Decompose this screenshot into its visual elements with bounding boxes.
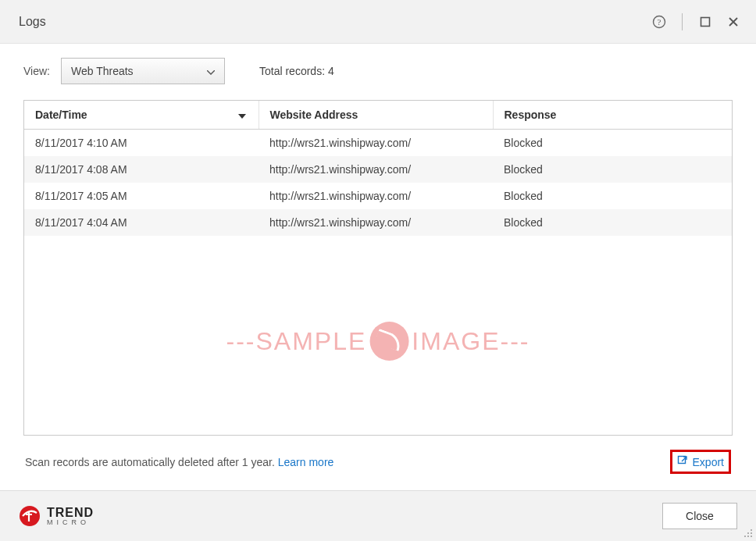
svg-rect-2 <box>701 17 710 26</box>
brand: TREND MICRO <box>19 505 94 527</box>
export-label: Export <box>693 456 724 468</box>
resize-grip-icon <box>744 529 753 538</box>
table-row[interactable]: 8/11/2017 4:04 AMhttp://wrs21.winshipway… <box>24 209 732 236</box>
cell-response: Blocked <box>493 183 732 209</box>
watermark-right: IMAGE--- <box>412 327 530 356</box>
svg-point-11 <box>751 536 752 537</box>
table-header-row: Date/Time Website Address Response <box>24 101 732 130</box>
watermark-left: ---SAMPLE <box>226 327 367 356</box>
column-datetime-label: Date/Time <box>35 109 87 121</box>
cell-datetime: 8/11/2017 4:08 AM <box>24 156 259 183</box>
brand-logo-icon <box>19 505 41 527</box>
filter-row: View: Web Threats Total records: 4 <box>23 58 733 84</box>
export-button[interactable]: Export <box>670 450 731 474</box>
sort-desc-icon <box>238 109 246 121</box>
close-icon[interactable] <box>725 13 742 30</box>
info-line: Scan records are automatically deleted a… <box>23 436 733 474</box>
view-select[interactable]: Web Threats <box>61 58 225 84</box>
cell-response: Blocked <box>493 130 732 157</box>
svg-text:?: ? <box>658 17 662 27</box>
watermark: ---SAMPLE IMAGE--- <box>226 322 530 361</box>
svg-point-10 <box>747 536 749 537</box>
table-row[interactable]: 8/11/2017 4:08 AMhttp://wrs21.winshipway… <box>24 156 732 183</box>
cell-datetime: 8/11/2017 4:05 AM <box>24 183 259 209</box>
brand-text: TREND MICRO <box>47 507 94 526</box>
footer: TREND MICRO Close <box>0 490 756 541</box>
cell-address: http://wrs21.winshipway.com/ <box>259 183 493 209</box>
info-text-wrap: Scan records are automatically deleted a… <box>25 456 333 468</box>
table-row[interactable]: 8/11/2017 4:10 AMhttp://wrs21.winshipway… <box>24 130 732 157</box>
cell-response: Blocked <box>493 156 732 183</box>
column-response-label: Response <box>505 109 557 121</box>
window-title: Logs <box>19 15 651 29</box>
learn-more-link[interactable]: Learn more <box>278 456 334 468</box>
titlebar: Logs ? <box>0 0 756 44</box>
window-controls: ? <box>651 13 742 30</box>
export-icon <box>677 455 688 468</box>
svg-point-6 <box>751 529 752 531</box>
column-address-label: Website Address <box>270 109 358 121</box>
total-records-label: Total records: <box>259 65 325 77</box>
view-select-value: Web Threats <box>71 65 134 77</box>
svg-rect-4 <box>678 457 685 464</box>
total-records: Total records: 4 <box>259 65 334 77</box>
chevron-down-icon <box>207 65 215 77</box>
info-text: Scan records are automatically deleted a… <box>25 456 275 468</box>
svg-marker-3 <box>238 114 246 119</box>
svg-point-7 <box>747 532 749 534</box>
column-address[interactable]: Website Address <box>259 101 493 130</box>
cell-address: http://wrs21.winshipway.com/ <box>259 156 493 183</box>
close-button-label: Close <box>686 510 714 522</box>
cell-address: http://wrs21.winshipway.com/ <box>259 130 493 157</box>
maximize-icon[interactable] <box>697 13 714 30</box>
table-row[interactable]: 8/11/2017 4:05 AMhttp://wrs21.winshipway… <box>24 183 732 209</box>
separator <box>682 13 683 30</box>
cell-response: Blocked <box>493 209 732 236</box>
column-response[interactable]: Response <box>493 101 732 130</box>
content-area: View: Web Threats Total records: 4 Date/… <box>0 44 756 474</box>
svg-point-8 <box>751 532 752 534</box>
brand-name: TREND <box>47 507 94 519</box>
svg-point-9 <box>744 536 746 537</box>
total-records-value: 4 <box>328 65 334 77</box>
close-button[interactable]: Close <box>662 503 737 529</box>
help-icon[interactable]: ? <box>651 13 668 30</box>
cell-address: http://wrs21.winshipway.com/ <box>259 209 493 236</box>
cell-datetime: 8/11/2017 4:10 AM <box>24 130 259 157</box>
brand-sub: MICRO <box>47 519 94 526</box>
cell-datetime: 8/11/2017 4:04 AM <box>24 209 259 236</box>
view-label: View: <box>23 65 50 77</box>
column-datetime[interactable]: Date/Time <box>24 101 259 130</box>
log-table: Date/Time Website Address Response 8/11/… <box>23 100 733 436</box>
watermark-logo-icon <box>369 322 408 361</box>
